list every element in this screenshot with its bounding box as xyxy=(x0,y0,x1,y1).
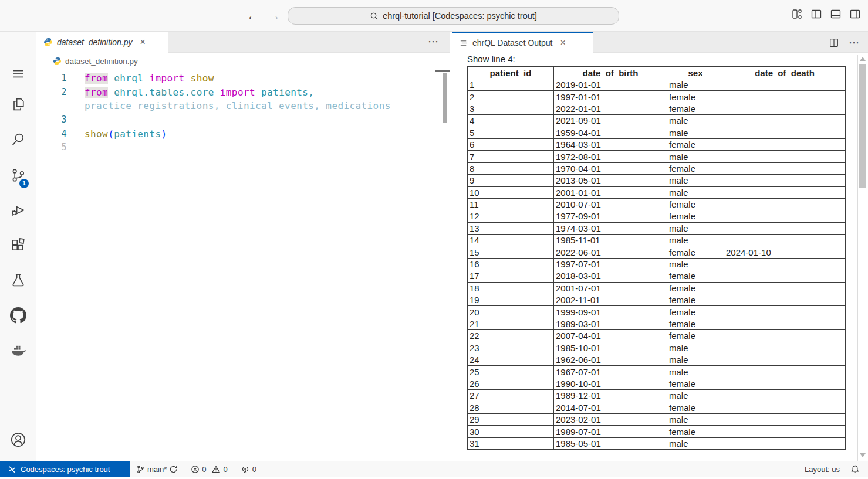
split-editor-icon[interactable] xyxy=(829,38,839,48)
sidebar-item-source-control[interactable]: 1 xyxy=(0,161,36,189)
toggle-primary-sidebar-icon[interactable] xyxy=(810,8,822,20)
line-number: 2 xyxy=(36,86,67,100)
sidebar-item-testing[interactable] xyxy=(0,266,36,294)
line-number: 3 xyxy=(36,113,67,127)
search-icon xyxy=(370,12,379,21)
table-cell: 20 xyxy=(468,306,554,318)
table-row: 102001-01-01male xyxy=(468,186,846,198)
remote-indicator[interactable]: Codespaces: psychic trout xyxy=(0,461,130,477)
table-cell xyxy=(724,138,846,150)
table-cell: 31 xyxy=(468,437,554,449)
table-cell: female xyxy=(667,318,724,329)
table-row: 81970-04-01female xyxy=(468,162,846,174)
table-cell xyxy=(724,115,846,127)
error-icon xyxy=(191,465,200,474)
table-cell xyxy=(724,79,846,91)
account-button[interactable] xyxy=(0,426,36,454)
tab-dataset-definition[interactable]: dataset_definition.py × xyxy=(36,32,168,53)
editor-scrollbar-thumb[interactable] xyxy=(443,73,447,123)
table-row: 222007-04-01female xyxy=(468,330,846,342)
table-cell: 1985-11-01 xyxy=(554,235,667,246)
overview-ruler-cursor-marker xyxy=(435,70,450,72)
table-row: 292023-02-01male xyxy=(468,413,846,425)
bell-icon[interactable] xyxy=(850,464,860,474)
back-arrow-button[interactable]: ← xyxy=(246,8,259,23)
tab-label: dataset_definition.py xyxy=(57,38,132,47)
table-cell: 1977-09-01 xyxy=(554,210,667,222)
table-cell: 2010-07-01 xyxy=(554,198,667,210)
sidebar-item-docker[interactable] xyxy=(0,337,36,365)
column-header: date_of_death xyxy=(724,67,846,79)
problems-status-item[interactable]: 0 0 xyxy=(191,465,227,474)
toggle-panel-icon[interactable] xyxy=(830,8,842,20)
table-cell: 2014-07-01 xyxy=(554,402,667,413)
hamburger-menu-icon xyxy=(11,66,26,81)
command-center[interactable]: ehrql-tutorial [Codespaces: psychic trou… xyxy=(288,7,619,25)
table-cell xyxy=(724,306,846,318)
sidebar-item-github[interactable] xyxy=(0,301,36,329)
menu-button[interactable] xyxy=(0,60,36,88)
sidebar-item-extensions[interactable] xyxy=(0,231,36,259)
table-cell: female xyxy=(667,282,724,294)
code-token: ) xyxy=(161,128,167,140)
code-editor[interactable]: 1from ehrql import show2from ehrql.table… xyxy=(36,69,450,461)
keyboard-layout-item[interactable]: Layout: us xyxy=(805,465,840,474)
sync-icon[interactable] xyxy=(169,465,178,474)
table-cell: male xyxy=(667,235,724,246)
ports-status-item[interactable]: 0 xyxy=(241,465,256,474)
source-control-badge: 1 xyxy=(19,179,29,188)
toggle-secondary-sidebar-icon[interactable] xyxy=(849,8,861,20)
table-row: 141985-11-01male xyxy=(468,235,846,246)
sidebar-item-run-debug[interactable] xyxy=(0,196,36,224)
table-cell: 5 xyxy=(468,127,554,138)
code-token: ( xyxy=(108,128,114,140)
table-cell: 1985-05-01 xyxy=(554,437,667,449)
table-cell xyxy=(724,258,846,270)
error-count: 0 xyxy=(202,465,206,474)
breadcrumb[interactable]: dataset_definition.py xyxy=(36,53,450,69)
remote-label: Codespaces: psychic trout xyxy=(21,465,110,474)
tab-ehrql-dataset-output[interactable]: ehrQL Dataset Output × xyxy=(452,32,593,53)
table-cell: female xyxy=(667,103,724,114)
table-cell: male xyxy=(667,366,724,378)
scroll-up-arrow-icon[interactable] xyxy=(860,57,866,61)
customize-layout-icon[interactable] xyxy=(791,8,803,20)
table-cell: 1972-08-01 xyxy=(554,151,667,162)
table-cell: male xyxy=(667,413,724,425)
branch-status-item[interactable]: main* xyxy=(136,465,178,474)
table-cell: 1974-03-01 xyxy=(554,222,667,234)
table-row: 211989-03-01female xyxy=(468,318,846,329)
table-cell: male xyxy=(667,79,724,91)
table-row: 12019-01-01male xyxy=(468,79,846,91)
dataset-output-view: Show line 4: patient_iddate_of_birthsexd… xyxy=(452,53,868,461)
editor-tab-bar: dataset_definition.py × ⋯ xyxy=(36,32,450,53)
table-cell xyxy=(724,127,846,138)
editor-more-actions-icon[interactable]: ⋯ xyxy=(428,35,439,48)
table-cell: 1970-04-01 xyxy=(554,162,667,174)
table-row: 172018-03-01female xyxy=(468,270,846,282)
table-row: 152022-06-01female2024-01-10 xyxy=(468,246,846,258)
line-number: 4 xyxy=(36,127,67,141)
sidebar-item-explorer[interactable] xyxy=(0,90,36,118)
table-cell: 19 xyxy=(468,294,554,306)
status-bar: Codespaces: psychic trout main* 0 0 0 La… xyxy=(0,461,868,477)
code-token xyxy=(214,87,220,98)
close-tab-icon[interactable]: × xyxy=(140,37,145,47)
tab-label: ehrQL Dataset Output xyxy=(472,38,552,47)
output-more-actions-icon[interactable]: ⋯ xyxy=(849,36,860,49)
output-scrollbar-thumb[interactable] xyxy=(859,64,866,188)
table-cell: 1967-07-01 xyxy=(554,366,667,378)
code-token: from xyxy=(85,73,108,84)
table-cell xyxy=(724,402,846,413)
table-row: 241962-06-01male xyxy=(468,354,846,365)
table-cell: 24 xyxy=(468,354,554,365)
output-scrollbar[interactable] xyxy=(857,55,866,461)
code-token xyxy=(143,73,149,84)
scroll-down-arrow-icon[interactable] xyxy=(860,453,866,457)
table-cell: female xyxy=(667,402,724,413)
table-cell xyxy=(724,91,846,103)
table-cell xyxy=(724,162,846,174)
forward-arrow-button[interactable]: → xyxy=(268,8,281,23)
close-tab-icon[interactable]: × xyxy=(560,38,565,48)
sidebar-item-search[interactable] xyxy=(0,125,36,154)
